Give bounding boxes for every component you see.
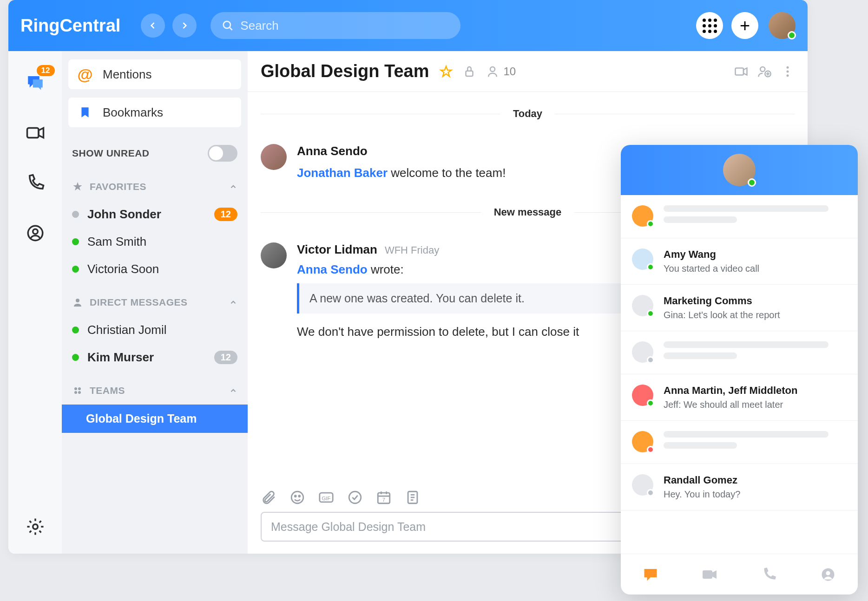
mobile-item[interactable] (621, 195, 858, 238)
mentions-label: Mentions (103, 67, 152, 82)
section-favorites-header[interactable]: FAVORITES (62, 167, 248, 201)
team-name: Global Design Team (86, 412, 197, 425)
favorite-item[interactable]: John Sonder 12 (62, 201, 248, 228)
mobile-tab-video[interactable] (699, 564, 720, 585)
presence-indicator (647, 489, 654, 496)
svg-point-22 (787, 74, 789, 77)
rail-chat[interactable]: 12 (22, 70, 48, 96)
presence-indicator (647, 446, 654, 453)
mobile-item[interactable] (621, 331, 858, 374)
search-icon (222, 20, 234, 32)
members-icon[interactable] (486, 65, 500, 78)
svg-point-25 (299, 496, 300, 497)
member-count: 10 (503, 65, 516, 78)
mobile-tab-phone[interactable] (759, 564, 779, 585)
svg-point-5 (33, 229, 38, 234)
attachment-icon[interactable] (261, 490, 276, 505)
nav-forward-button[interactable] (172, 13, 197, 38)
star-outline-icon[interactable] (439, 65, 453, 78)
mobile-tab-chat[interactable] (640, 564, 661, 585)
team-icon (72, 385, 83, 396)
show-unread-toggle[interactable] (208, 145, 237, 162)
contact-name: Sam Smith (87, 235, 237, 249)
mobile-item[interactable]: Randall GomezHey. You in today? (621, 464, 858, 510)
brand-label: RingCentral (20, 16, 120, 36)
chevron-left-icon (148, 21, 158, 30)
svg-point-23 (291, 491, 303, 503)
dialpad-button[interactable] (696, 12, 723, 39)
svg-marker-39 (712, 570, 717, 579)
svg-point-10 (74, 391, 77, 394)
nav-back-button[interactable] (141, 13, 165, 38)
mobile-list[interactable]: Amy WangYou started a video call Marketi… (621, 195, 858, 554)
mobile-avatar[interactable] (723, 154, 756, 186)
contact-name: Kim Murser (87, 350, 214, 365)
chevron-up-icon (229, 183, 237, 191)
svg-point-13 (490, 67, 495, 72)
at-icon: @ (77, 65, 92, 84)
star-icon (72, 181, 83, 192)
new-action-button[interactable]: + (731, 12, 758, 39)
calendar-icon[interactable]: 7 (376, 490, 392, 505)
avatar[interactable] (261, 242, 287, 268)
svg-point-6 (33, 524, 38, 529)
dialpad-icon (703, 19, 717, 33)
search-field[interactable] (210, 12, 460, 39)
svg-marker-15 (743, 68, 747, 75)
dm-item[interactable]: Kim Murser 12 (62, 344, 248, 371)
section-dm-header[interactable]: DIRECT MESSAGES (62, 283, 248, 316)
avatar[interactable] (261, 144, 287, 170)
contact-name: Victoria Soon (87, 262, 237, 276)
phone-icon (761, 566, 777, 583)
team-item[interactable]: Global Design Team (62, 405, 248, 433)
dm-label: DIRECT MESSAGES (90, 297, 229, 308)
svg-point-0 (224, 21, 230, 28)
section-teams-header[interactable]: TEAMS (62, 371, 248, 405)
mobile-item-name: Amy Wang (664, 248, 847, 261)
date-divider: Today (261, 108, 795, 120)
mobile-avatar-dot (632, 474, 653, 496)
svg-rect-14 (736, 68, 744, 75)
task-icon[interactable] (347, 490, 363, 505)
rail-settings[interactable] (22, 514, 48, 540)
video-call-icon[interactable] (734, 65, 748, 78)
mention[interactable]: Jonathan Baker (297, 166, 388, 180)
note-icon[interactable] (405, 490, 421, 505)
favorite-item[interactable]: Sam Smith (62, 228, 248, 255)
mobile-item[interactable]: Amy WangYou started a video call (621, 238, 858, 285)
presence-indicator (647, 263, 654, 271)
mentions-pill[interactable]: @ Mentions (68, 59, 241, 89)
svg-point-11 (78, 391, 81, 394)
presence-dot (72, 266, 79, 273)
svg-point-7 (76, 299, 79, 302)
mobile-item[interactable] (621, 421, 858, 464)
presence-dot (72, 354, 79, 361)
lock-icon[interactable] (462, 65, 476, 78)
dm-item[interactable]: Christian Jomil (62, 316, 248, 344)
svg-point-24 (295, 496, 296, 497)
rail-contacts[interactable] (22, 220, 48, 246)
mobile-tabbar (621, 554, 858, 594)
search-input[interactable] (240, 19, 449, 33)
favorites-label: FAVORITES (90, 181, 229, 192)
emoji-icon[interactable] (289, 490, 305, 505)
chat-header: Global Design Team 10 (248, 51, 808, 92)
rail-video[interactable] (22, 120, 48, 146)
favorite-item[interactable]: Victoria Soon (62, 255, 248, 283)
mobile-item-text: Hey. You in today? (664, 489, 847, 500)
svg-point-21 (787, 70, 789, 72)
mobile-header (621, 145, 858, 195)
more-icon[interactable] (781, 65, 795, 78)
mobile-item[interactable]: Anna Martin, Jeff MiddletonJeff: We shou… (621, 374, 858, 421)
svg-point-9 (78, 387, 81, 390)
mobile-item[interactable]: Marketing CommsGina: Let's look at the r… (621, 285, 858, 331)
person-icon (72, 297, 83, 308)
mobile-tab-profile[interactable] (818, 564, 838, 585)
rail-phone[interactable] (22, 170, 48, 196)
bookmarks-label: Bookmarks (103, 105, 163, 120)
profile-avatar[interactable] (769, 12, 796, 39)
bookmarks-pill[interactable]: Bookmarks (68, 98, 241, 127)
gif-icon[interactable]: GIF (318, 490, 334, 505)
add-member-icon[interactable] (757, 65, 771, 78)
contact-name: John Sonder (87, 207, 214, 222)
